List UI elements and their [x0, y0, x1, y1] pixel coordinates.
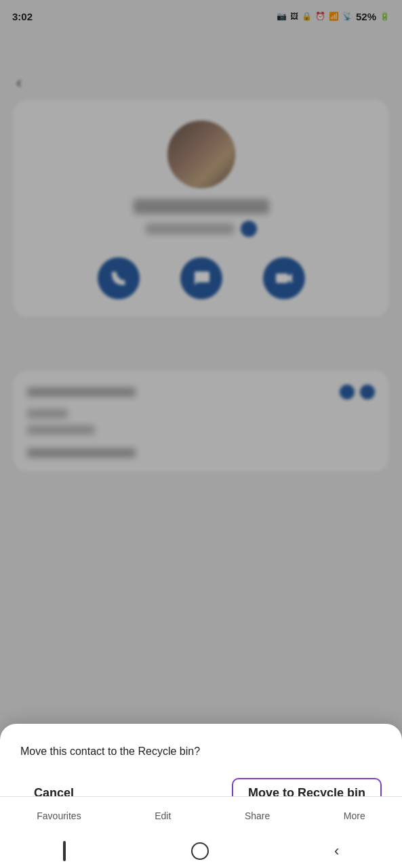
tab-edit[interactable]: Edit — [155, 810, 171, 821]
tab-favourites[interactable]: Favourites — [37, 810, 81, 821]
tab-bar: Favourites Edit Share More — [0, 796, 402, 834]
nav-back[interactable]: ‹ — [334, 842, 339, 860]
nav-home[interactable] — [191, 842, 209, 860]
android-nav: ‹ — [0, 834, 402, 868]
tab-share[interactable]: Share — [245, 810, 270, 821]
dialog-message: Move this contact to the Recycle bin? — [20, 744, 382, 759]
tab-more[interactable]: More — [344, 810, 365, 821]
nav-recents[interactable] — [63, 841, 66, 861]
